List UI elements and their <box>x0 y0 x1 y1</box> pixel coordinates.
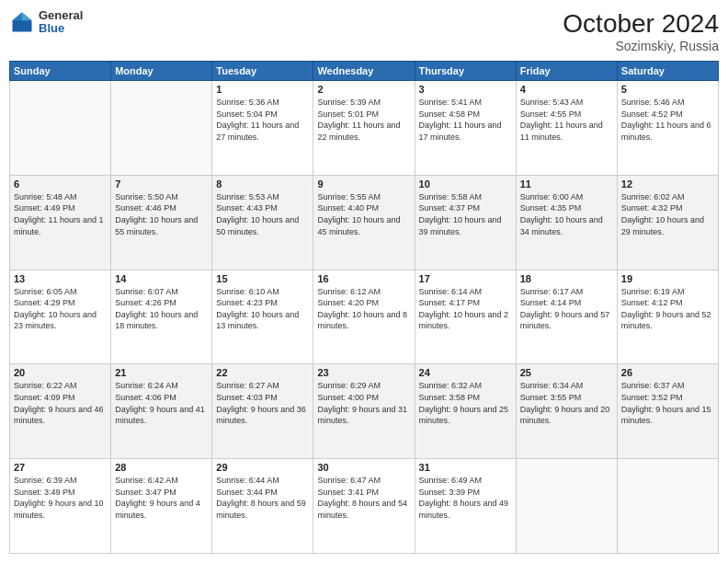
day-info: Sunrise: 5:50 AM Sunset: 4:46 PM Dayligh… <box>115 191 208 237</box>
day-number: 25 <box>520 367 613 378</box>
day-number: 8 <box>216 178 309 190</box>
page-header: General Blue October 2024 Sozimskiy, Rus… <box>9 9 719 53</box>
day-info: Sunrise: 6:42 AM Sunset: 3:47 PM Dayligh… <box>115 475 208 521</box>
day-info: Sunrise: 5:53 AM Sunset: 4:43 PM Dayligh… <box>216 191 309 237</box>
table-row: 6Sunrise: 5:48 AM Sunset: 4:49 PM Daylig… <box>10 175 111 270</box>
table-row <box>516 459 617 554</box>
day-number: 4 <box>520 84 613 95</box>
table-row: 17Sunrise: 6:14 AM Sunset: 4:17 PM Dayli… <box>415 270 516 364</box>
table-row: 8Sunrise: 5:53 AM Sunset: 4:43 PM Daylig… <box>212 175 313 270</box>
day-info: Sunrise: 5:41 AM Sunset: 4:58 PM Dayligh… <box>419 97 512 143</box>
table-row: 5Sunrise: 5:46 AM Sunset: 4:52 PM Daylig… <box>617 81 718 176</box>
day-info: Sunrise: 6:17 AM Sunset: 4:14 PM Dayligh… <box>520 286 613 332</box>
day-number: 3 <box>419 84 512 95</box>
day-info: Sunrise: 6:34 AM Sunset: 3:55 PM Dayligh… <box>520 380 613 426</box>
logo-icon <box>9 9 35 35</box>
col-tuesday: Tuesday <box>212 62 313 81</box>
day-info: Sunrise: 5:55 AM Sunset: 4:40 PM Dayligh… <box>317 191 410 237</box>
table-row: 2Sunrise: 5:39 AM Sunset: 5:01 PM Daylig… <box>313 81 415 176</box>
title-section: October 2024 Sozimskiy, Russia <box>563 9 719 53</box>
day-info: Sunrise: 6:29 AM Sunset: 4:00 PM Dayligh… <box>317 380 410 426</box>
table-row: 30Sunrise: 6:47 AM Sunset: 3:41 PM Dayli… <box>313 459 415 554</box>
logo-general: General <box>39 9 83 22</box>
day-number: 6 <box>14 178 107 190</box>
table-row: 26Sunrise: 6:37 AM Sunset: 3:52 PM Dayli… <box>617 364 718 459</box>
day-number: 14 <box>115 273 208 284</box>
table-row: 12Sunrise: 6:02 AM Sunset: 4:32 PM Dayli… <box>617 175 718 270</box>
day-info: Sunrise: 6:47 AM Sunset: 3:41 PM Dayligh… <box>317 475 410 521</box>
day-info: Sunrise: 6:12 AM Sunset: 4:20 PM Dayligh… <box>317 286 410 332</box>
day-info: Sunrise: 6:32 AM Sunset: 3:58 PM Dayligh… <box>419 380 512 426</box>
day-info: Sunrise: 6:49 AM Sunset: 3:39 PM Dayligh… <box>419 475 512 521</box>
day-number: 13 <box>14 273 107 284</box>
table-row <box>111 81 212 176</box>
day-number: 28 <box>115 462 208 473</box>
day-number: 16 <box>317 273 410 284</box>
day-number: 19 <box>621 273 714 284</box>
day-info: Sunrise: 6:24 AM Sunset: 4:06 PM Dayligh… <box>115 380 208 426</box>
calendar-table: Sunday Monday Tuesday Wednesday Thursday… <box>9 61 719 554</box>
col-wednesday: Wednesday <box>313 62 415 81</box>
table-row: 22Sunrise: 6:27 AM Sunset: 4:03 PM Dayli… <box>212 364 313 459</box>
table-row: 9Sunrise: 5:55 AM Sunset: 4:40 PM Daylig… <box>313 175 415 270</box>
table-row: 31Sunrise: 6:49 AM Sunset: 3:39 PM Dayli… <box>415 459 516 554</box>
day-number: 24 <box>419 367 512 378</box>
day-info: Sunrise: 5:39 AM Sunset: 5:01 PM Dayligh… <box>317 97 410 143</box>
table-row: 27Sunrise: 6:39 AM Sunset: 3:49 PM Dayli… <box>10 459 111 554</box>
day-info: Sunrise: 6:00 AM Sunset: 4:35 PM Dayligh… <box>520 191 613 237</box>
table-row: 24Sunrise: 6:32 AM Sunset: 3:58 PM Dayli… <box>415 364 516 459</box>
calendar-header-row: Sunday Monday Tuesday Wednesday Thursday… <box>10 62 719 81</box>
table-row: 1Sunrise: 5:36 AM Sunset: 5:04 PM Daylig… <box>212 81 313 176</box>
table-row: 20Sunrise: 6:22 AM Sunset: 4:09 PM Dayli… <box>10 364 111 459</box>
day-info: Sunrise: 6:05 AM Sunset: 4:29 PM Dayligh… <box>14 286 107 332</box>
table-row: 10Sunrise: 5:58 AM Sunset: 4:37 PM Dayli… <box>415 175 516 270</box>
table-row: 18Sunrise: 6:17 AM Sunset: 4:14 PM Dayli… <box>516 270 617 364</box>
day-number: 2 <box>317 84 410 95</box>
day-number: 5 <box>621 84 714 95</box>
day-number: 12 <box>621 178 714 190</box>
day-number: 22 <box>216 367 309 378</box>
table-row: 16Sunrise: 6:12 AM Sunset: 4:20 PM Dayli… <box>313 270 415 364</box>
day-info: Sunrise: 6:07 AM Sunset: 4:26 PM Dayligh… <box>115 286 208 332</box>
col-saturday: Saturday <box>617 62 718 81</box>
day-number: 20 <box>14 367 107 378</box>
day-info: Sunrise: 5:46 AM Sunset: 4:52 PM Dayligh… <box>621 97 714 143</box>
day-info: Sunrise: 6:10 AM Sunset: 4:23 PM Dayligh… <box>216 286 309 332</box>
day-info: Sunrise: 6:14 AM Sunset: 4:17 PM Dayligh… <box>419 286 512 332</box>
day-info: Sunrise: 6:22 AM Sunset: 4:09 PM Dayligh… <box>14 380 107 426</box>
day-number: 11 <box>520 178 613 190</box>
col-friday: Friday <box>516 62 617 81</box>
calendar-week-row: 13Sunrise: 6:05 AM Sunset: 4:29 PM Dayli… <box>10 270 719 364</box>
day-info: Sunrise: 6:39 AM Sunset: 3:49 PM Dayligh… <box>14 475 107 521</box>
month-title: October 2024 <box>563 9 719 39</box>
day-info: Sunrise: 6:44 AM Sunset: 3:44 PM Dayligh… <box>216 475 309 521</box>
day-number: 21 <box>115 367 208 378</box>
day-info: Sunrise: 6:02 AM Sunset: 4:32 PM Dayligh… <box>621 191 714 237</box>
svg-marker-2 <box>13 13 23 21</box>
table-row: 7Sunrise: 5:50 AM Sunset: 4:46 PM Daylig… <box>111 175 212 270</box>
table-row: 19Sunrise: 6:19 AM Sunset: 4:12 PM Dayli… <box>617 270 718 364</box>
table-row: 29Sunrise: 6:44 AM Sunset: 3:44 PM Dayli… <box>212 459 313 554</box>
col-sunday: Sunday <box>10 62 111 81</box>
day-number: 17 <box>419 273 512 284</box>
day-info: Sunrise: 5:36 AM Sunset: 5:04 PM Dayligh… <box>216 97 309 143</box>
table-row: 4Sunrise: 5:43 AM Sunset: 4:55 PM Daylig… <box>516 81 617 176</box>
table-row: 15Sunrise: 6:10 AM Sunset: 4:23 PM Dayli… <box>212 270 313 364</box>
day-number: 29 <box>216 462 309 473</box>
table-row: 13Sunrise: 6:05 AM Sunset: 4:29 PM Dayli… <box>10 270 111 364</box>
logo-text: General Blue <box>39 9 83 36</box>
day-info: Sunrise: 6:37 AM Sunset: 3:52 PM Dayligh… <box>621 380 714 426</box>
day-number: 15 <box>216 273 309 284</box>
day-number: 30 <box>317 462 410 473</box>
table-row: 14Sunrise: 6:07 AM Sunset: 4:26 PM Dayli… <box>111 270 212 364</box>
table-row: 21Sunrise: 6:24 AM Sunset: 4:06 PM Dayli… <box>111 364 212 459</box>
calendar-week-row: 1Sunrise: 5:36 AM Sunset: 5:04 PM Daylig… <box>10 81 719 176</box>
day-info: Sunrise: 5:43 AM Sunset: 4:55 PM Dayligh… <box>520 97 613 143</box>
calendar-week-row: 6Sunrise: 5:48 AM Sunset: 4:49 PM Daylig… <box>10 175 719 270</box>
day-number: 7 <box>115 178 208 190</box>
day-number: 10 <box>419 178 512 190</box>
table-row: 28Sunrise: 6:42 AM Sunset: 3:47 PM Dayli… <box>111 459 212 554</box>
table-row: 3Sunrise: 5:41 AM Sunset: 4:58 PM Daylig… <box>415 81 516 176</box>
day-info: Sunrise: 6:27 AM Sunset: 4:03 PM Dayligh… <box>216 380 309 426</box>
table-row <box>617 459 718 554</box>
